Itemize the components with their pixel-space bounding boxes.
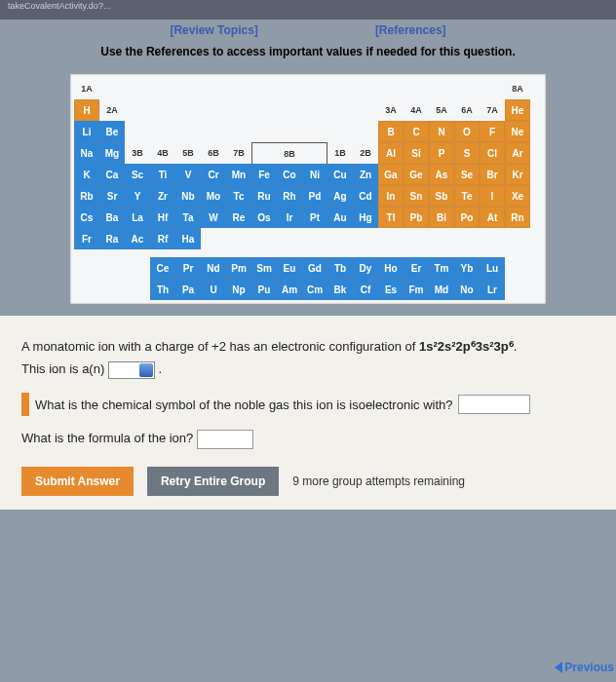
- el-tl[interactable]: Tl: [378, 207, 404, 228]
- el-he[interactable]: He: [505, 99, 530, 121]
- el-i[interactable]: I: [480, 185, 505, 207]
- el-po[interactable]: Po: [454, 207, 480, 228]
- el-pr[interactable]: Pr: [175, 257, 201, 279]
- el-fe[interactable]: Fe: [251, 164, 277, 185]
- el-al[interactable]: Al: [378, 142, 404, 164]
- el-mg[interactable]: Mg: [99, 142, 125, 164]
- el-o[interactable]: O: [454, 121, 480, 142]
- el-zr[interactable]: Zr: [150, 185, 175, 207]
- el-ba[interactable]: Ba: [99, 207, 125, 228]
- el-n[interactable]: N: [429, 121, 454, 142]
- el-b[interactable]: B: [378, 121, 404, 142]
- el-pd[interactable]: Pd: [302, 185, 327, 207]
- el-ca[interactable]: Ca: [99, 164, 125, 185]
- el-tb[interactable]: Tb: [327, 257, 353, 279]
- el-w[interactable]: W: [201, 207, 226, 228]
- el-ru[interactable]: Ru: [251, 185, 277, 207]
- el-ne[interactable]: Ne: [505, 121, 530, 142]
- el-f[interactable]: F: [480, 121, 505, 142]
- el-no[interactable]: No: [454, 279, 480, 300]
- el-fm[interactable]: Fm: [404, 279, 429, 300]
- el-cu[interactable]: Cu: [327, 164, 353, 185]
- el-bk[interactable]: Bk: [327, 279, 353, 300]
- el-tm[interactable]: Tm: [429, 257, 454, 279]
- el-se[interactable]: Se: [454, 164, 480, 185]
- el-ti[interactable]: Ti: [150, 164, 175, 185]
- el-bi[interactable]: Bi: [429, 207, 454, 228]
- el-at[interactable]: At: [480, 207, 505, 228]
- el-ra[interactable]: Ra: [99, 228, 125, 249]
- el-ho[interactable]: Ho: [378, 257, 404, 279]
- el-hf[interactable]: Hf: [150, 207, 175, 228]
- retry-group-button[interactable]: Retry Entire Group: [147, 467, 279, 496]
- el-er[interactable]: Er: [404, 257, 429, 279]
- el-au[interactable]: Au: [327, 207, 353, 228]
- el-li[interactable]: Li: [74, 121, 99, 142]
- el-tc[interactable]: Tc: [226, 185, 251, 207]
- el-pu[interactable]: Pu: [251, 279, 277, 300]
- el-la[interactable]: La: [125, 207, 150, 228]
- previous-button[interactable]: Previous: [555, 661, 614, 674]
- el-s[interactable]: S: [454, 142, 480, 164]
- el-br[interactable]: Br: [480, 164, 505, 185]
- el-rn[interactable]: Rn: [505, 207, 530, 228]
- submit-answer-button[interactable]: Submit Answer: [21, 467, 134, 496]
- el-zn[interactable]: Zn: [353, 164, 378, 185]
- el-ir[interactable]: Ir: [277, 207, 302, 228]
- el-c[interactable]: C: [404, 121, 429, 142]
- el-sc[interactable]: Sc: [125, 164, 150, 185]
- el-cs[interactable]: Cs: [74, 207, 99, 228]
- el-h[interactable]: H: [74, 99, 99, 121]
- el-xe[interactable]: Xe: [505, 185, 530, 207]
- el-cl[interactable]: Cl: [480, 142, 505, 164]
- el-u[interactable]: U: [201, 279, 226, 300]
- references-link[interactable]: [References]: [375, 23, 446, 37]
- noble-gas-input[interactable]: [458, 395, 530, 414]
- el-ar[interactable]: Ar: [505, 142, 530, 164]
- el-kr[interactable]: Kr: [505, 164, 530, 185]
- el-cf[interactable]: Cf: [353, 279, 378, 300]
- el-k[interactable]: K: [74, 164, 99, 185]
- el-pa[interactable]: Pa: [175, 279, 201, 300]
- el-hg[interactable]: Hg: [353, 207, 378, 228]
- el-os[interactable]: Os: [251, 207, 277, 228]
- el-te[interactable]: Te: [454, 185, 480, 207]
- el-co[interactable]: Co: [277, 164, 302, 185]
- el-sn[interactable]: Sn: [404, 185, 429, 207]
- ion-formula-input[interactable]: [197, 430, 253, 449]
- el-v[interactable]: V: [175, 164, 201, 185]
- el-sr[interactable]: Sr: [99, 185, 125, 207]
- review-topics-link[interactable]: [Review Topics]: [170, 23, 257, 37]
- el-mo[interactable]: Mo: [201, 185, 226, 207]
- el-re[interactable]: Re: [226, 207, 251, 228]
- el-lu[interactable]: Lu: [480, 257, 505, 279]
- el-pm[interactable]: Pm: [226, 257, 251, 279]
- el-mn[interactable]: Mn: [226, 164, 251, 185]
- el-nd[interactable]: Nd: [201, 257, 226, 279]
- el-y[interactable]: Y: [125, 185, 150, 207]
- el-yb[interactable]: Yb: [454, 257, 480, 279]
- el-am[interactable]: Am: [277, 279, 302, 300]
- el-ga[interactable]: Ga: [378, 164, 404, 185]
- el-th[interactable]: Th: [150, 279, 175, 300]
- el-rf[interactable]: Rf: [150, 228, 175, 249]
- el-ce[interactable]: Ce: [150, 257, 175, 279]
- el-p[interactable]: P: [429, 142, 454, 164]
- el-ag[interactable]: Ag: [327, 185, 353, 207]
- el-cd[interactable]: Cd: [353, 185, 378, 207]
- el-sb[interactable]: Sb: [429, 185, 454, 207]
- el-ac[interactable]: Ac: [125, 228, 150, 249]
- el-in[interactable]: In: [378, 185, 404, 207]
- el-ta[interactable]: Ta: [175, 207, 201, 228]
- el-rh[interactable]: Rh: [277, 185, 302, 207]
- el-lr[interactable]: Lr: [480, 279, 505, 300]
- el-ge[interactable]: Ge: [404, 164, 429, 185]
- el-fr[interactable]: Fr: [74, 228, 99, 249]
- el-gd[interactable]: Gd: [302, 257, 327, 279]
- el-es[interactable]: Es: [378, 279, 404, 300]
- el-ha[interactable]: Ha: [175, 228, 201, 249]
- el-eu[interactable]: Eu: [277, 257, 302, 279]
- el-dy[interactable]: Dy: [353, 257, 378, 279]
- el-nb[interactable]: Nb: [175, 185, 201, 207]
- ion-type-select[interactable]: [108, 361, 155, 379]
